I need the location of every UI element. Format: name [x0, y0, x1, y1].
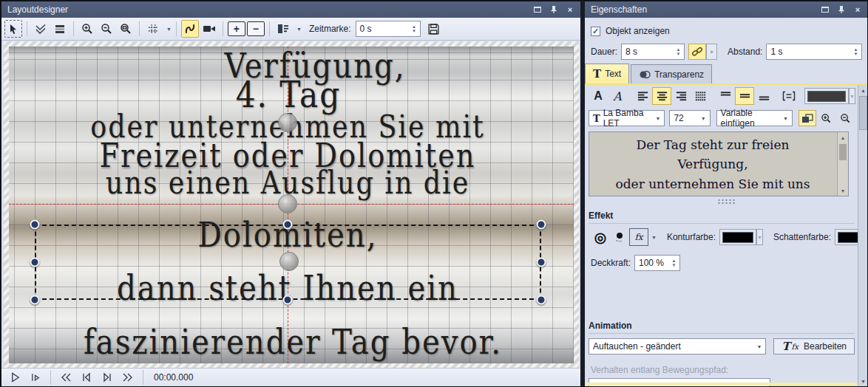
- text-editor-content[interactable]: Der Tag steht zur freien Verfügung, oder…: [589, 135, 836, 194]
- text-layout-dropdown-arrow[interactable]: ▼: [296, 27, 302, 32]
- spin-down-icon[interactable]: ▼: [854, 52, 858, 56]
- camera-icon: [203, 24, 216, 33]
- play-from-here-button[interactable]: [27, 369, 44, 386]
- selection-handle[interactable]: [283, 220, 293, 230]
- link-dropdown-arrow[interactable]: ▼: [706, 44, 717, 60]
- maximize-icon[interactable]: [821, 5, 830, 14]
- next-frame-button[interactable]: [98, 369, 116, 386]
- scroll-down-icon[interactable]: ▼: [858, 376, 868, 386]
- background-toggle-button[interactable]: [799, 110, 816, 126]
- deckkraft-input[interactable]: 100 % ▲▼: [634, 255, 680, 271]
- zoom-out-button[interactable]: [98, 20, 115, 38]
- fast-forward-button[interactable]: [119, 369, 137, 386]
- zeitmarke-input[interactable]: 0 s ▲▼: [356, 21, 421, 37]
- maximize-icon[interactable]: [533, 5, 542, 14]
- bold-button[interactable]: A: [589, 87, 608, 105]
- motion-path-button[interactable]: [181, 20, 199, 38]
- text-color-dropdown-arrow[interactable]: ▼: [849, 88, 855, 104]
- canvas-area[interactable]: Verfügung, 4. Tag oder unternehmen Sie m…: [9, 47, 574, 363]
- layoutdesigner-panel: Layoutdesigner ×: [1, 1, 580, 386]
- konturfarbe-button[interactable]: [719, 229, 756, 245]
- font-size-select[interactable]: 72 ▼: [669, 110, 710, 126]
- text-editor[interactable]: Der Tag steht zur freien Verfügung, oder…: [589, 131, 849, 196]
- preview-zoom-in-button[interactable]: [816, 109, 835, 127]
- format-toolbar: A A: [589, 87, 855, 105]
- shadow-dot-icon: [614, 231, 625, 243]
- tfx-icon-sub: fx: [792, 343, 799, 351]
- close-icon[interactable]: ×: [566, 5, 574, 14]
- show-object-checkbox[interactable]: ✓: [591, 27, 600, 36]
- fx-dropdown-arrow[interactable]: ▼: [651, 235, 657, 240]
- align-center-button[interactable]: [652, 87, 671, 105]
- zoom-in-button[interactable]: [78, 20, 96, 38]
- selection-handle[interactable]: [283, 295, 293, 305]
- close-icon[interactable]: ×: [853, 5, 862, 14]
- save-button[interactable]: [425, 20, 443, 38]
- valign-bottom-button[interactable]: [754, 87, 773, 105]
- konturfarbe-label: Konturfarbe:: [667, 232, 716, 242]
- text-color-button[interactable]: [804, 88, 849, 104]
- scroll-down-icon[interactable]: ▼: [838, 185, 848, 196]
- zoom-out-icon: [101, 23, 112, 35]
- pin-icon[interactable]: [837, 5, 846, 14]
- selection-handle[interactable]: [30, 258, 40, 267]
- contour-button[interactable]: ◎: [591, 228, 610, 246]
- motion-path-handle[interactable]: [278, 194, 297, 213]
- text-layout-button[interactable]: [274, 20, 292, 38]
- pin-icon[interactable]: [549, 5, 558, 14]
- text-fit-button[interactable]: [779, 87, 799, 105]
- scroll-up-icon[interactable]: ▲: [838, 132, 848, 143]
- animation-select[interactable]: Auftauchen - geändert ▼: [589, 338, 766, 355]
- scroll-thumb[interactable]: [839, 144, 847, 160]
- add-keyframe-button[interactable]: +: [228, 21, 245, 36]
- panel-scrollbar[interactable]: ▲ ▼: [858, 85, 868, 386]
- smooth-path-button[interactable]: [32, 20, 50, 38]
- font-size-value: 72: [674, 113, 683, 123]
- selection-handle[interactable]: [537, 220, 546, 230]
- layers-button[interactable]: [51, 20, 69, 38]
- preview-zoom-out-button[interactable]: [835, 109, 855, 127]
- selection-handle[interactable]: [30, 295, 40, 305]
- fx-button[interactable]: fx: [629, 228, 648, 246]
- italic-button[interactable]: A: [608, 87, 627, 105]
- camera-button[interactable]: [200, 20, 218, 38]
- selection-handle[interactable]: [30, 220, 40, 230]
- motion-path-handle[interactable]: [278, 113, 297, 132]
- tab-text[interactable]: T Text: [585, 64, 629, 83]
- grid-dropdown-arrow[interactable]: ▼: [166, 27, 172, 32]
- scroll-thumb[interactable]: [859, 96, 867, 130]
- scroll-up-icon[interactable]: ▲: [858, 85, 868, 95]
- bearbeiten-button[interactable]: T fx Bearbeiten: [773, 338, 855, 355]
- select-tool-button[interactable]: [4, 20, 22, 38]
- previous-frame-button[interactable]: [78, 369, 95, 386]
- align-justify-button[interactable]: [691, 87, 710, 105]
- zoom-fit-button[interactable]: [117, 20, 135, 38]
- konturfarbe-dropdown-arrow[interactable]: ▼: [756, 229, 763, 245]
- tab-transparenz[interactable]: Transparenz: [631, 64, 712, 83]
- valign-middle-button[interactable]: [735, 87, 754, 105]
- link-duration-button[interactable]: [688, 44, 706, 60]
- rewind-button[interactable]: [57, 369, 75, 386]
- dauer-input[interactable]: 8 s ▲▼: [621, 44, 685, 60]
- grid-button[interactable]: [144, 20, 162, 38]
- align-right-button[interactable]: [671, 87, 691, 105]
- abstand-input[interactable]: 1 s ▲▼: [766, 44, 862, 60]
- play-icon: [10, 371, 21, 383]
- variable-insert-select[interactable]: Variable einfügen ▼: [716, 110, 793, 126]
- resize-grip[interactable]: [717, 199, 736, 204]
- font-family-select[interactable]: T La Bamba LET ▼: [589, 110, 665, 126]
- remove-keyframe-button[interactable]: −: [247, 21, 265, 36]
- selection-rectangle[interactable]: [35, 225, 541, 300]
- spin-down-icon[interactable]: ▼: [412, 29, 416, 33]
- spin-down-icon[interactable]: ▼: [677, 52, 681, 56]
- dauer-label: Dauer:: [591, 47, 617, 57]
- selection-handle[interactable]: [537, 295, 546, 305]
- editor-scrollbar[interactable]: ▲ ▼: [837, 132, 848, 196]
- play-button[interactable]: [6, 369, 24, 386]
- spin-down-icon[interactable]: ▼: [672, 263, 677, 267]
- selection-handle[interactable]: [537, 258, 546, 267]
- align-left-button[interactable]: [633, 87, 652, 105]
- valign-top-button[interactable]: [716, 87, 735, 105]
- shadow-button[interactable]: [610, 228, 629, 246]
- layout-canvas[interactable]: Verfügung, 4. Tag oder unternehmen Sie m…: [4, 41, 579, 369]
